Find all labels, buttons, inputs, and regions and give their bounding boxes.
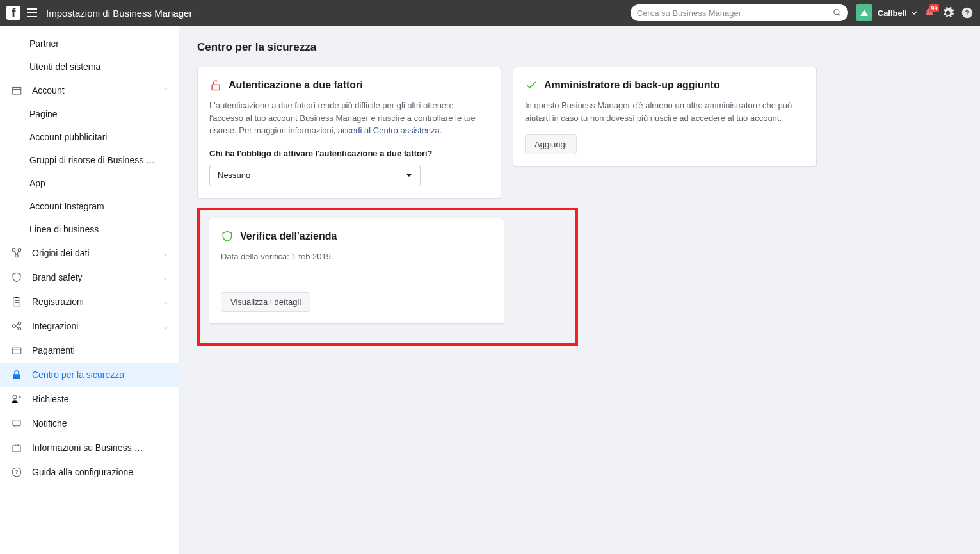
chevron-down-icon: ⌄ xyxy=(163,249,168,257)
two-factor-select[interactable]: Nessuno xyxy=(209,165,421,186)
business-name: Callbell xyxy=(878,8,907,18)
sidebar-item-apps[interactable]: App xyxy=(0,172,179,195)
sidebar-section-registrations[interactable]: Registrazioni ⌄ xyxy=(0,289,179,314)
business-avatar xyxy=(856,4,872,21)
svg-point-10 xyxy=(18,327,21,330)
lock-icon xyxy=(10,369,23,380)
two-factor-card: Autenticazione a due fattori L'autentica… xyxy=(197,67,501,199)
sidebar-item-requests[interactable]: Richieste xyxy=(0,387,179,411)
sidebar-item-partner[interactable]: Partner xyxy=(0,32,179,55)
page-title: Centro per la sicurezza xyxy=(197,41,962,54)
sidebar-item-payments[interactable]: Pagamenti xyxy=(0,338,179,363)
highlight-annotation: Verifica dell'azienda Data della verific… xyxy=(197,208,578,346)
settings-icon[interactable] xyxy=(942,6,954,19)
sidebar: Partner Utenti del sistema Account ⌃ Pag… xyxy=(0,26,179,554)
unlock-icon xyxy=(209,79,222,92)
svg-rect-16 xyxy=(13,446,20,452)
top-header: f Impostazioni di Business Manager Callb… xyxy=(0,0,980,26)
svg-rect-19 xyxy=(212,85,220,90)
help-circle-icon: ? xyxy=(10,466,23,478)
search-input[interactable] xyxy=(637,8,833,18)
admin-backup-title: Amministratore di back-up aggiunto xyxy=(544,79,720,91)
two-factor-description: L'autenticazione a due fattori rende più… xyxy=(209,99,489,137)
help-center-link[interactable]: accedi al Centro assistenza xyxy=(338,126,440,135)
account-icon xyxy=(10,85,23,96)
add-button[interactable]: Aggiungi xyxy=(525,134,577,154)
clipboard-icon xyxy=(10,296,23,307)
sidebar-item-business-line[interactable]: Linea di business xyxy=(0,218,179,241)
svg-rect-3 xyxy=(12,88,21,95)
sidebar-item-security-center[interactable]: Centro per la sicurezza xyxy=(0,363,179,387)
search-icon xyxy=(833,8,842,17)
notifications-icon[interactable]: 99 xyxy=(924,7,935,19)
svg-point-9 xyxy=(18,322,21,325)
svg-point-8 xyxy=(12,325,15,328)
requests-icon xyxy=(10,393,23,405)
data-sources-icon xyxy=(10,247,23,259)
svg-text:?: ? xyxy=(15,469,18,475)
two-factor-subhead: Chi ha l'obbligo di attivare l'autentica… xyxy=(209,149,489,158)
svg-point-0 xyxy=(834,10,839,15)
sidebar-item-setup-guide[interactable]: ? Guida alla configurazione xyxy=(0,460,179,484)
two-factor-title: Autenticazione a due fattori xyxy=(229,79,363,91)
business-switcher[interactable]: Callbell xyxy=(856,4,917,21)
admin-backup-text: In questo Business Manager c'è almeno un… xyxy=(525,99,805,124)
sidebar-item-business-info[interactable]: Informazioni su Business … xyxy=(0,436,179,460)
svg-rect-11 xyxy=(12,348,21,354)
svg-point-6 xyxy=(15,254,19,257)
select-value: Nessuno xyxy=(218,170,250,180)
facebook-logo[interactable]: f xyxy=(6,6,20,20)
bell-icon xyxy=(10,418,23,429)
header-title: Impostazioni di Business Manager xyxy=(46,8,192,19)
sidebar-item-pages[interactable]: Pagine xyxy=(0,102,179,126)
dropdown-arrow-icon xyxy=(406,173,412,178)
menu-icon[interactable] xyxy=(27,8,37,17)
svg-rect-12 xyxy=(13,374,20,379)
svg-point-15 xyxy=(14,426,15,427)
svg-point-13 xyxy=(13,395,17,399)
shield-check-icon xyxy=(221,230,234,243)
check-icon xyxy=(525,79,538,92)
sidebar-section-brand-safety[interactable]: Brand safety ⌄ xyxy=(0,265,179,289)
shield-icon xyxy=(10,272,23,283)
verification-card: Verifica dell'azienda Data della verific… xyxy=(209,218,504,325)
integrations-icon xyxy=(10,320,23,332)
svg-rect-7 xyxy=(13,298,20,306)
sidebar-section-integrations[interactable]: Integrazioni ⌄ xyxy=(0,314,179,338)
briefcase-icon xyxy=(10,442,23,453)
chevron-up-icon: ⌃ xyxy=(163,86,168,95)
sidebar-item-instagram[interactable]: Account Instagram xyxy=(0,195,179,218)
help-icon[interactable]: ? xyxy=(961,6,974,19)
sidebar-section-account[interactable]: Account ⌃ xyxy=(0,78,179,102)
sidebar-item-notifications[interactable]: Notifiche xyxy=(0,411,179,436)
view-details-button[interactable]: Visualizza i dettagli xyxy=(221,292,310,312)
chevron-down-icon: ⌄ xyxy=(163,322,168,330)
sidebar-item-system-users[interactable]: Utenti del sistema xyxy=(0,55,179,78)
search-box[interactable] xyxy=(631,4,848,21)
sidebar-item-asset-groups[interactable]: Gruppi di risorse di Business … xyxy=(0,149,179,172)
notifications-badge: 99 xyxy=(929,4,939,12)
verification-title: Verifica dell'azienda xyxy=(240,231,337,242)
svg-rect-14 xyxy=(13,420,20,426)
sidebar-item-ad-accounts[interactable]: Account pubblicitari xyxy=(0,126,179,149)
chevron-down-icon: ⌄ xyxy=(163,273,168,282)
payments-icon xyxy=(10,345,23,356)
admin-backup-card: Amministratore di back-up aggiunto In qu… xyxy=(513,67,817,167)
chevron-down-icon: ⌄ xyxy=(163,298,168,306)
svg-text:?: ? xyxy=(965,8,969,17)
verification-text: Data della verifica: 1 feb 2019. xyxy=(221,250,492,263)
content-area: Centro per la sicurezza Autenticazione a… xyxy=(179,26,980,554)
sidebar-section-data-sources[interactable]: Origini dei dati ⌄ xyxy=(0,241,179,265)
